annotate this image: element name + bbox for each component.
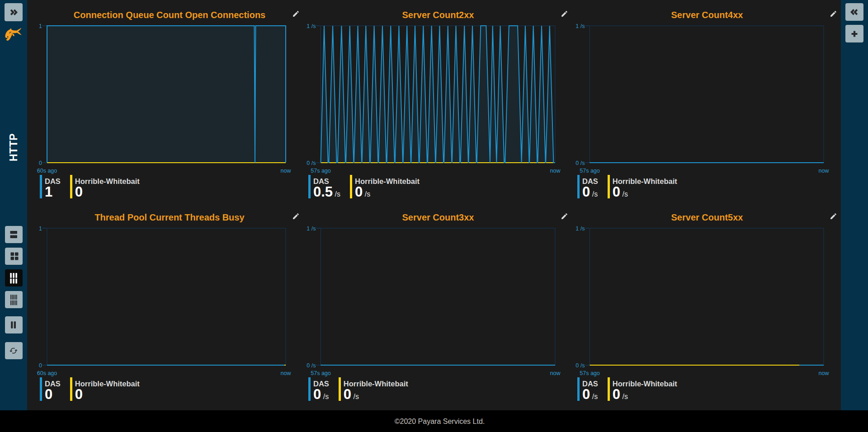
svg-text:1 /s: 1 /s [307,225,316,232]
svg-text:60s ago: 60s ago [37,370,57,376]
svg-text:0 /s: 0 /s [576,362,585,369]
svg-text:57s ago: 57s ago [311,168,331,174]
svg-text:now: now [819,168,830,174]
svg-text:now: now [550,168,561,174]
svg-text:now: now [550,370,561,376]
svg-text:60s ago: 60s ago [37,168,57,174]
svg-text:0 /s: 0 /s [307,160,316,166]
svg-text:57s ago: 57s ago [580,370,600,376]
svg-text:now: now [281,370,292,376]
svg-text:1 /s: 1 /s [576,225,585,232]
svg-text:0: 0 [39,160,42,166]
svg-text:57s ago: 57s ago [580,168,600,174]
svg-text:0 /s: 0 /s [576,160,585,166]
svg-text:1: 1 [39,23,42,29]
svg-text:57s ago: 57s ago [311,370,331,376]
svg-text:1 /s: 1 /s [307,23,316,29]
svg-text:1 /s: 1 /s [576,23,585,29]
svg-text:0 /s: 0 /s [307,362,316,369]
svg-text:now: now [281,168,292,174]
svg-text:now: now [819,370,830,376]
svg-text:1: 1 [39,225,42,232]
svg-text:0: 0 [39,362,42,369]
